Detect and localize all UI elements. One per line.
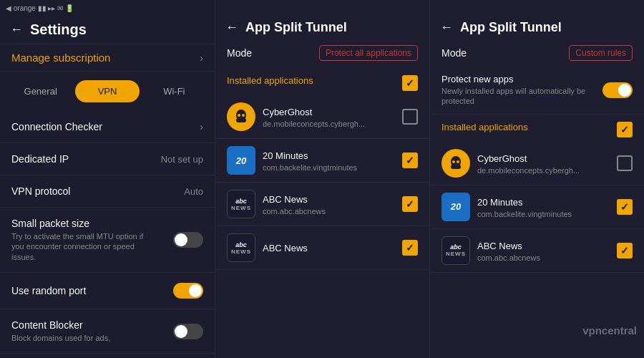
app-name: ABC News [263, 194, 308, 205]
app-checkbox[interactable]: ✓ [617, 243, 633, 258]
app-name: 20 Minutes [477, 197, 523, 208]
twenty-min-icon-1: 20 [227, 146, 255, 175]
random-port-toggle[interactable] [173, 283, 203, 299]
status-bar-text: ◀ orange ▮▮ ▸▸ ✉ 🔋 [6, 4, 74, 12]
cyberghost-icon-1 [227, 102, 255, 131]
protect-new-apps: Protect new apps Newly installed apps wi… [430, 68, 644, 115]
list-item[interactable]: Dedicated IP Not set up [0, 143, 215, 175]
dedicated-ip-label: Dedicated IP [11, 153, 69, 165]
section-header-2: Installed applications ✓ [430, 115, 644, 142]
abc-news-icon-3: abc NEWS [441, 236, 470, 265]
twenty-min-icon-3: 20 [441, 193, 470, 221]
mode-value-box-1[interactable]: Protect all applications [319, 45, 418, 61]
back-icon-2[interactable]: ← [225, 20, 238, 35]
mode-value-text-1: Protect all applications [326, 48, 411, 58]
list-item: CyberGhost de.mobileconcepts.cybergh... [215, 95, 429, 139]
tab-vpn[interactable]: VPN [75, 80, 139, 102]
app-name: ABC News [263, 243, 308, 253]
app-checkbox[interactable]: ✓ [617, 199, 633, 215]
app-list-1: CyberGhost de.mobileconcepts.cybergh... … [215, 95, 429, 358]
mode-row-2: Mode Custom rules [430, 41, 644, 68]
abc-news-icon-1: abc NEWS [227, 190, 255, 218]
split-tunnel-panel-2: ← App Split Tunnel Mode Custom rules Pro… [429, 0, 644, 358]
app-checkbox[interactable]: ✓ [402, 196, 418, 212]
chevron-right-icon: › [200, 52, 203, 64]
app-checkbox[interactable]: ✓ [402, 240, 418, 256]
list-item[interactable]: Connection Checker › [0, 111, 215, 143]
status-bar: ◀ orange ▮▮ ▸▸ ✉ 🔋 [0, 0, 215, 16]
app-list-2: CyberGhost de.mobileconcepts.cybergh... … [430, 142, 644, 358]
manage-subscription-text: Manage subscription [11, 52, 110, 64]
list-item: abc NEWS ABC News com.abc.abcnews ✓ [430, 229, 644, 273]
back-icon-3[interactable]: ← [440, 20, 453, 35]
app-name: ABC News [477, 241, 522, 251]
protect-new-sub: Newly installed apps will automatically … [441, 86, 595, 107]
split-tunnel-panel-1: ← App Split Tunnel Mode Protect all appl… [215, 0, 429, 358]
app-package: com.backelite.vingtminutes [263, 163, 395, 172]
tab-wifi[interactable]: Wi-Fi [142, 80, 206, 102]
split-tunnel-title-2: App Split Tunnel [460, 20, 562, 35]
settings-list: Connection Checker › Dedicated IP Not se… [0, 111, 215, 358]
app-package: de.mobileconcepts.cybergh... [263, 120, 395, 128]
dedicated-ip-value: Not set up [161, 154, 203, 165]
abc-news-icon-2: abc NEWS [227, 233, 255, 262]
svg-point-2 [238, 114, 240, 117]
content-blocker-toggle[interactable] [173, 324, 203, 339]
mode-label-2: Mode [441, 47, 467, 59]
svg-rect-1 [236, 118, 246, 122]
mode-value-box-2[interactable]: Custom rules [569, 45, 633, 61]
vpn-protocol-value: Auto [184, 186, 203, 197]
app-name: CyberGhost [263, 107, 312, 117]
app-package: com.backelite.vingtminutes [477, 210, 610, 218]
tab-general[interactable]: General [9, 80, 72, 102]
app-checkbox[interactable] [617, 155, 633, 171]
svg-point-6 [452, 160, 455, 163]
small-packet-sub: Try to activate the small MTU option if … [11, 231, 155, 262]
protect-new-toggle[interactable] [602, 82, 633, 98]
random-port-label: Use random port [11, 285, 86, 296]
list-item: CyberGhost de.mobileconcepts.cybergh... [430, 142, 644, 185]
manage-subscription[interactable]: Manage subscription › [0, 44, 215, 72]
content-blocker-sub: Block domains used for ads, [11, 333, 110, 343]
split-tunnel-header-2: ← App Split Tunnel [430, 0, 644, 41]
small-packet-label: Small packet size [11, 218, 155, 229]
list-item[interactable]: VPN protocol Auto [0, 175, 215, 208]
app-name: CyberGhost [477, 153, 527, 164]
list-item: 20 20 Minutes com.backelite.vingtminutes… [430, 185, 644, 229]
list-item: Content Blocker Block domains used for a… [0, 309, 215, 354]
back-icon[interactable]: ← [10, 22, 23, 37]
mode-row-1: Mode Protect all applications [215, 41, 429, 68]
protect-new-title: Protect new apps [441, 74, 595, 84]
vpn-protocol-label: VPN protocol [11, 185, 70, 197]
list-item: abc NEWS ABC News com.abc.abcnews ✓ [215, 183, 429, 226]
svg-point-7 [457, 160, 459, 163]
app-package: de.mobileconcepts.cybergh... [477, 166, 610, 175]
app-checkbox[interactable]: ✓ [402, 153, 418, 168]
app-package: com.abc.abcnews [263, 207, 395, 216]
app-checkbox[interactable] [402, 109, 418, 125]
list-item: abc NEWS ABC News ✓ [215, 226, 429, 270]
content-blocker-label: Content Blocker [11, 319, 110, 331]
svg-point-3 [242, 114, 245, 117]
chevron-icon: › [200, 121, 203, 132]
app-package: com.abc.abcnews [477, 253, 610, 262]
split-tunnel-header-1: ← App Split Tunnel [215, 0, 429, 41]
tab-row: General VPN Wi-Fi [9, 80, 206, 102]
mode-value-text-2: Custom rules [575, 48, 626, 58]
section-header-1: Installed applications ✓ [215, 68, 429, 95]
settings-title: Settings [30, 21, 87, 38]
small-packet-toggle[interactable] [173, 232, 203, 248]
svg-rect-5 [451, 165, 461, 169]
cyberghost-icon-3 [441, 149, 470, 178]
mode-label-1: Mode [227, 47, 252, 59]
split-tunnel-title-1: App Split Tunnel [245, 20, 347, 35]
settings-header: ← Settings [0, 16, 215, 44]
app-name: 20 Minutes [263, 150, 308, 161]
list-item: 20 20 Minutes com.backelite.vingtminutes… [215, 139, 429, 183]
connection-checker-label: Connection Checker [11, 121, 102, 132]
list-item: Use random port [0, 273, 215, 309]
list-item: Small packet size Try to activate the sm… [0, 208, 215, 273]
settings-panel: ◀ orange ▮▮ ▸▸ ✉ 🔋 ← Settings Manage sub… [0, 0, 215, 358]
